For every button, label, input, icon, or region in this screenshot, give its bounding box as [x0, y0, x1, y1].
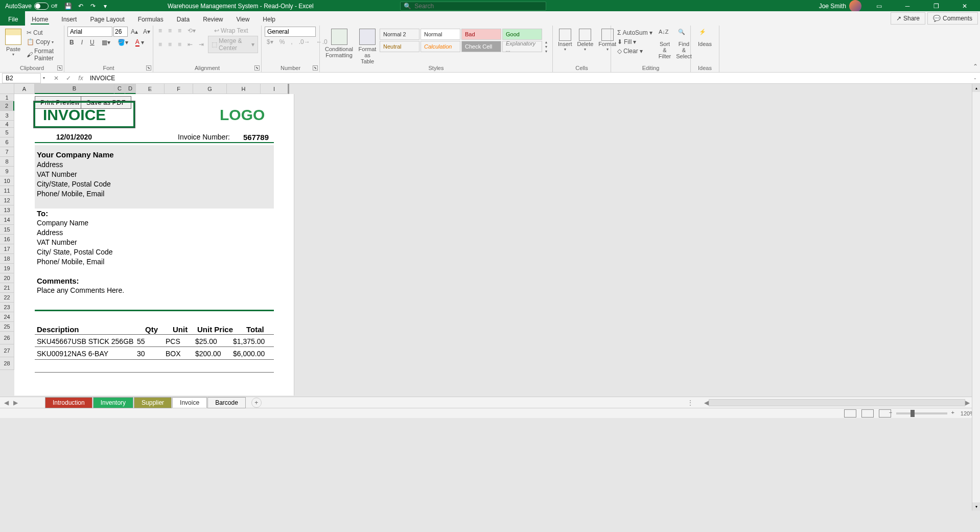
accounting-format-button[interactable]: $▾ [265, 38, 275, 46]
row-header[interactable]: 24 [0, 312, 14, 322]
row-header[interactable]: 12 [0, 196, 14, 205]
autosum-button[interactable]: Σ AutoSum ▾ [615, 29, 655, 37]
user-info[interactable]: Joe Smith [819, 0, 861, 12]
tab-formulas[interactable]: Formulas [132, 13, 170, 26]
align-top-button[interactable]: ≡ [156, 27, 164, 35]
font-color-button[interactable]: A▾ [133, 38, 146, 47]
row-header[interactable]: 20 [0, 273, 14, 283]
search-box[interactable]: 🔍 [400, 2, 546, 11]
align-right-button[interactable]: ≡ [176, 40, 183, 49]
delete-cells-button[interactable]: Delete▾ [575, 27, 596, 62]
ribbon-options-icon[interactable]: ▭ [868, 0, 890, 12]
tab-insert[interactable]: Insert [55, 13, 83, 26]
row-header[interactable]: 25 [0, 322, 14, 332]
row-header[interactable]: 14 [0, 215, 14, 225]
row-header[interactable]: 6 [0, 137, 14, 147]
col-header[interactable]: H [227, 84, 261, 94]
horizontal-scrollbar[interactable] [709, 399, 965, 406]
save-icon[interactable]: 💾 [64, 2, 73, 10]
tab-data[interactable]: Data [171, 13, 196, 26]
comments-button[interactable]: 💬Comments [927, 12, 978, 25]
autosave-toggle[interactable] [34, 3, 49, 10]
tab-home[interactable]: Home [26, 13, 54, 26]
sheet-tab-supplier[interactable]: Supplier [134, 397, 172, 408]
ideas-button[interactable]: ⚡Ideas [694, 27, 716, 49]
row-header[interactable]: 16 [0, 235, 14, 244]
clear-button[interactable]: ◇ Clear ▾ [615, 47, 655, 55]
clipboard-dialog-launcher[interactable]: ⬊ [57, 65, 62, 71]
sheet-tab-inventory[interactable]: Inventory [93, 397, 133, 408]
italic-button[interactable]: I [79, 38, 85, 47]
row-header[interactable]: 8 [0, 157, 14, 167]
zoom-slider[interactable] [896, 412, 947, 414]
redo-icon[interactable]: ↷ [89, 2, 97, 10]
styles-more-icon[interactable]: ▾ [545, 49, 547, 54]
borders-button[interactable]: ▦▾ [100, 38, 112, 47]
qat-customize-icon[interactable]: ▾ [101, 2, 109, 10]
tab-split-icon[interactable]: ⋮ [687, 399, 694, 406]
number-dialog-launcher[interactable]: ⬊ [313, 65, 318, 71]
row-header[interactable]: 26 [0, 332, 14, 344]
styles-up-icon[interactable]: ▴ [545, 40, 547, 44]
sort-filter-button[interactable]: A↓ZSort & Filter [657, 27, 673, 62]
col-header[interactable]: F [165, 84, 193, 94]
style-explanatory[interactable]: Explanatory ... [502, 41, 542, 52]
conditional-formatting-button[interactable]: Conditional Formatting [323, 27, 355, 66]
align-middle-button[interactable]: ≡ [166, 27, 174, 35]
worksheet-canvas[interactable]: Print Preview Save as PDF INVOICE LOGO 1… [14, 94, 294, 396]
increase-indent-button[interactable]: ⇥ [197, 40, 206, 49]
name-box[interactable] [2, 73, 41, 83]
percent-format-button[interactable]: % [277, 38, 287, 46]
bold-button[interactable]: B [67, 38, 76, 47]
cut-button[interactable]: ✂Cut [25, 29, 61, 37]
style-bad[interactable]: Bad [461, 29, 501, 40]
increase-decimal-button[interactable]: .0→ [297, 38, 312, 46]
style-neutral[interactable]: Neutral [380, 41, 419, 52]
style-check-cell[interactable]: Check Cell [461, 41, 501, 52]
enter-formula-icon[interactable]: ✓ [62, 73, 75, 83]
collapse-ribbon-icon[interactable]: ⌃ [973, 63, 978, 70]
col-header[interactable]: G [193, 84, 227, 94]
col-header[interactable]: E [136, 84, 165, 94]
new-sheet-button[interactable]: + [251, 398, 262, 408]
row-header[interactable]: 17 [0, 244, 14, 254]
row-header[interactable]: 18 [0, 254, 14, 264]
sheet-tab-invoice[interactable]: Invoice [172, 397, 207, 408]
decrease-font-button[interactable]: A▾ [141, 28, 152, 36]
row-header[interactable]: 2 [0, 101, 14, 111]
style-normal[interactable]: Normal [421, 29, 460, 40]
row-header[interactable]: 4 [0, 121, 14, 128]
row-header[interactable]: 13 [0, 205, 14, 215]
format-table-button[interactable]: Format as Table [356, 27, 379, 66]
style-normal2[interactable]: Normal 2 [380, 29, 419, 40]
underline-button[interactable]: U [88, 38, 97, 47]
fill-color-button[interactable]: 🪣▾ [115, 38, 130, 47]
row-header[interactable]: 19 [0, 264, 14, 273]
fx-icon[interactable]: fx [75, 73, 87, 83]
sheet-tab-introduction[interactable]: Introduction [45, 397, 92, 408]
row-header[interactable]: 1 [0, 94, 14, 101]
row-header[interactable]: 7 [0, 147, 14, 157]
scroll-left-icon[interactable]: ◀ [704, 399, 709, 406]
insert-cells-button[interactable]: Insert▾ [556, 27, 574, 62]
normal-view-button[interactable] [844, 409, 856, 418]
paste-button[interactable]: Paste ▾ [3, 27, 24, 62]
scroll-right-icon[interactable]: ▶ [965, 399, 970, 406]
row-header[interactable]: 5 [0, 128, 14, 137]
row-header[interactable]: 21 [0, 283, 14, 293]
row-header[interactable]: 9 [0, 167, 14, 176]
fill-button[interactable]: ⬇ Fill ▾ [615, 38, 655, 46]
scroll-up-icon[interactable]: ▴ [972, 84, 980, 92]
increase-font-button[interactable]: A▴ [129, 28, 140, 36]
autosave-toggle-group[interactable]: AutoSave Off [0, 3, 62, 10]
tab-help[interactable]: Help [256, 13, 282, 26]
alignment-dialog-launcher[interactable]: ⬊ [254, 65, 260, 71]
sheet-nav-prev-icon[interactable]: ◀ [4, 399, 11, 406]
page-layout-view-button[interactable] [861, 409, 874, 418]
tab-page-layout[interactable]: Page Layout [84, 13, 130, 26]
scroll-down-icon[interactable]: ▾ [972, 502, 980, 511]
copy-button[interactable]: 📋Copy▾ [25, 38, 61, 46]
row-header[interactable]: 27 [0, 344, 14, 357]
cancel-formula-icon[interactable]: ✕ [50, 73, 62, 83]
align-left-button[interactable]: ≡ [156, 40, 164, 49]
